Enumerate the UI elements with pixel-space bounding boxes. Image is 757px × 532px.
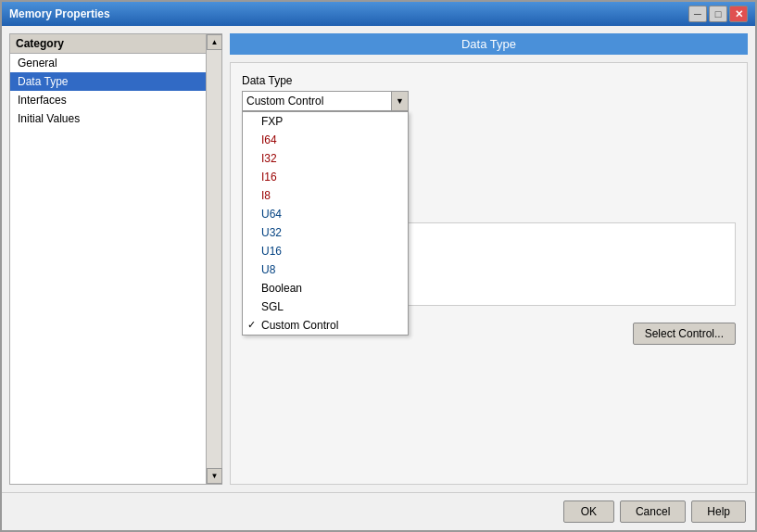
dropdown-item-u16[interactable]: U16	[243, 242, 408, 260]
bottom-bar: OK Cancel Help	[2, 492, 755, 530]
dropdown-item-i32[interactable]: I32	[243, 149, 408, 168]
sidebar-scrollbar: ▲ ▼	[206, 34, 221, 484]
window-content: Category General Data Type Interfaces In…	[2, 26, 755, 492]
sidebar: Category General Data Type Interfaces In…	[9, 33, 222, 485]
select-control-button[interactable]: Select Control...	[633, 323, 736, 345]
dropdown-item-fxp[interactable]: FXP	[243, 112, 408, 131]
help-button[interactable]: Help	[691, 500, 746, 523]
main-body: Data Type Custom Control ▼ FXP I64 I32	[230, 62, 748, 485]
dropdown-item-boolean[interactable]: Boolean	[243, 279, 408, 298]
dropdown-selected-value: Custom Control	[243, 95, 391, 108]
sidebar-item-general[interactable]: General	[10, 54, 206, 72]
dropdown-arrow-button[interactable]: ▼	[391, 92, 408, 110]
data-type-label: Data Type	[242, 74, 736, 87]
dropdown-item-u64[interactable]: U64	[243, 205, 408, 223]
cancel-button[interactable]: Cancel	[620, 500, 686, 523]
main-header: Data Type	[230, 33, 748, 55]
dropdown-container: Custom Control ▼ FXP I64 I32 I16 I8 U64 …	[242, 91, 409, 111]
title-bar-controls: ─ □ ✕	[688, 6, 748, 22]
data-type-dropdown[interactable]: Custom Control ▼	[242, 91, 409, 111]
sidebar-item-initialvalues[interactable]: Initial Values	[10, 109, 206, 128]
scroll-up-arrow[interactable]: ▲	[207, 34, 222, 50]
dropdown-menu: FXP I64 I32 I16 I8 U64 U32 U16 U8 Boolea…	[242, 111, 409, 336]
maximize-button[interactable]: □	[709, 6, 727, 22]
sidebar-item-datatype[interactable]: Data Type	[10, 72, 206, 91]
sidebar-items: General Data Type Interfaces Initial Val…	[10, 54, 206, 484]
dropdown-item-i64[interactable]: I64	[243, 131, 408, 149]
ok-button[interactable]: OK	[563, 500, 614, 523]
scroll-down-arrow[interactable]: ▼	[207, 468, 222, 484]
dropdown-chevron-icon: ▼	[396, 96, 404, 106]
sidebar-list: Category General Data Type Interfaces In…	[10, 34, 206, 484]
sidebar-item-interfaces[interactable]: Interfaces	[10, 91, 206, 109]
window-title: Memory Properties	[9, 7, 110, 20]
dropdown-item-sgl[interactable]: SGL	[243, 298, 408, 316]
sidebar-header: Category	[10, 34, 206, 54]
title-bar: Memory Properties ─ □ ✕	[2, 2, 755, 26]
dropdown-item-custom-control[interactable]: Custom Control	[243, 316, 408, 335]
scroll-track	[207, 50, 221, 468]
close-button[interactable]: ✕	[729, 6, 748, 22]
main-area: Data Type Data Type Custom Control ▼ FXP…	[230, 33, 748, 485]
dropdown-item-u32[interactable]: U32	[243, 223, 408, 242]
memory-properties-window: Memory Properties ─ □ ✕ Category General…	[0, 0, 757, 532]
dropdown-item-i8[interactable]: I8	[243, 186, 408, 205]
dropdown-item-i16[interactable]: I16	[243, 168, 408, 186]
minimize-button[interactable]: ─	[688, 6, 707, 22]
dropdown-item-u8[interactable]: U8	[243, 260, 408, 279]
